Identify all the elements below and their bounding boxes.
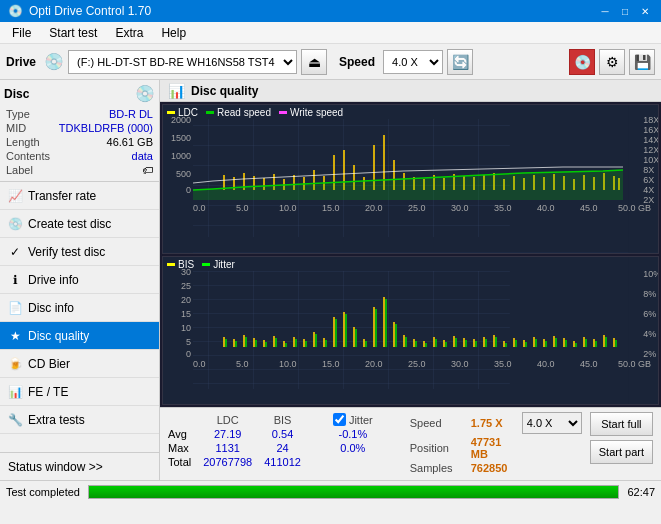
legend-read-speed-label: Read speed xyxy=(217,107,271,118)
svg-rect-126 xyxy=(503,341,505,347)
disc-length-value: 46.61 GB xyxy=(107,136,153,148)
speed-label: Speed xyxy=(339,55,375,69)
svg-rect-128 xyxy=(523,340,525,347)
svg-rect-164 xyxy=(485,339,487,347)
svg-rect-133 xyxy=(573,341,575,347)
svg-rect-139 xyxy=(235,341,237,347)
svg-rect-138 xyxy=(225,339,227,347)
svg-rect-132 xyxy=(563,338,565,347)
svg-text:30.0: 30.0 xyxy=(451,203,469,213)
svg-text:8X: 8X xyxy=(643,165,654,175)
svg-text:16X: 16X xyxy=(643,125,658,135)
svg-rect-166 xyxy=(505,343,507,347)
legend-jitter-dot xyxy=(202,263,210,266)
stats-table: LDC BIS Jitter xyxy=(168,412,402,469)
disc-length-label: Length xyxy=(6,136,40,148)
speed-speed-value: 1.75 X xyxy=(471,417,516,429)
svg-text:6X: 6X xyxy=(643,175,654,185)
speed-row-samples: Samples 762850 xyxy=(410,462,582,474)
extra-tests-icon: 🔧 xyxy=(8,413,22,427)
menu-extra[interactable]: Extra xyxy=(107,24,151,42)
svg-rect-155 xyxy=(395,324,397,347)
svg-text:0.0: 0.0 xyxy=(193,203,206,213)
svg-text:1500: 1500 xyxy=(171,133,191,143)
speed-select[interactable]: 4.0 X xyxy=(383,50,443,74)
settings-button[interactable]: ⚙ xyxy=(599,49,625,75)
svg-rect-106 xyxy=(303,339,305,347)
quality-title: Disc quality xyxy=(191,84,258,98)
svg-rect-158 xyxy=(425,343,427,347)
speed-row-speed: Speed 1.75 X 4.0 X xyxy=(410,412,582,434)
start-part-button[interactable]: Start part xyxy=(590,440,653,464)
save-button[interactable]: 💾 xyxy=(629,49,655,75)
svg-text:45.0: 45.0 xyxy=(580,359,598,369)
speed-row-position: Position 47731 MB xyxy=(410,436,582,460)
refresh-button[interactable]: 🔄 xyxy=(447,49,473,75)
svg-rect-157 xyxy=(415,341,417,347)
svg-text:20: 20 xyxy=(181,295,191,305)
jitter-col-label: Jitter xyxy=(349,414,373,426)
menu-help[interactable]: Help xyxy=(153,24,194,42)
sidebar-item-extra-tests[interactable]: 🔧 Extra tests xyxy=(0,406,159,434)
sidebar-item-disc-info[interactable]: 📄 Disc info xyxy=(0,294,159,322)
svg-rect-116 xyxy=(403,335,405,347)
disc-row-contents: Contents data xyxy=(4,149,155,163)
svg-text:2%: 2% xyxy=(643,349,656,359)
svg-rect-117 xyxy=(413,339,415,347)
stats-max-bis: 24 xyxy=(264,441,313,455)
status-window-button[interactable]: Status window >> xyxy=(0,452,159,480)
drive-select[interactable]: (F:) HL-DT-ST BD-RE WH16NS58 TST4 xyxy=(68,50,297,74)
legend-write-speed: Write speed xyxy=(279,107,343,118)
menu-file[interactable]: File xyxy=(4,24,39,42)
cd-bier-icon: 🍺 xyxy=(8,357,22,371)
svg-rect-163 xyxy=(475,341,477,347)
maximize-button[interactable]: □ xyxy=(617,3,633,19)
svg-text:25: 25 xyxy=(181,281,191,291)
svg-rect-150 xyxy=(345,314,347,347)
minimize-button[interactable]: ─ xyxy=(597,3,613,19)
main-area: Disc 💿 Type BD-R DL MID TDKBLDRFB (000) … xyxy=(0,80,661,480)
sidebar-item-cd-bier[interactable]: 🍺 CD Bier xyxy=(0,350,159,378)
svg-rect-135 xyxy=(593,339,595,347)
menu-start-test[interactable]: Start test xyxy=(41,24,105,42)
sidebar-item-fe-te[interactable]: 📊 FE / TE xyxy=(0,378,159,406)
sidebar-item-drive-info[interactable]: ℹ Drive info xyxy=(0,266,159,294)
svg-text:0: 0 xyxy=(186,185,191,195)
statusbar: Test completed 62:47 xyxy=(0,480,661,502)
svg-rect-101 xyxy=(253,338,255,347)
sidebar-item-disc-quality[interactable]: ★ Disc quality xyxy=(0,322,159,350)
sidebar-item-disc-quality-label: Disc quality xyxy=(28,329,89,343)
svg-rect-107 xyxy=(313,332,315,347)
legend-ldc: LDC xyxy=(167,107,198,118)
sidebar-item-transfer-rate[interactable]: 📈 Transfer rate xyxy=(0,182,159,210)
jitter-checkbox[interactable] xyxy=(333,413,346,426)
svg-rect-129 xyxy=(533,337,535,347)
disc-button[interactable]: 💿 xyxy=(569,49,595,75)
disc-label-label: Label xyxy=(6,164,33,176)
stats-avg-bis: 0.54 xyxy=(264,427,313,441)
svg-rect-145 xyxy=(295,339,297,347)
position-value: 47731 MB xyxy=(471,436,516,460)
svg-text:6%: 6% xyxy=(643,309,656,319)
svg-text:4%: 4% xyxy=(643,329,656,339)
charts-area: LDC Read speed Write speed xyxy=(160,102,661,407)
disc-header-icon: 💿 xyxy=(135,84,155,103)
svg-rect-143 xyxy=(275,338,277,347)
progress-bar xyxy=(88,485,619,499)
legend-write-speed-label: Write speed xyxy=(290,107,343,118)
start-full-button[interactable]: Start full xyxy=(590,412,653,436)
speed-select[interactable]: 4.0 X xyxy=(522,412,582,434)
disc-header: Disc 💿 xyxy=(4,84,155,103)
svg-rect-134 xyxy=(583,337,585,347)
eject-button[interactable]: ⏏ xyxy=(301,49,327,75)
speed-section: Speed 1.75 X 4.0 X Position 47731 MB Sam… xyxy=(410,412,582,476)
sidebar-item-create-test-disc[interactable]: 💿 Create test disc xyxy=(0,210,159,238)
svg-rect-105 xyxy=(293,337,295,347)
app-icon: 💿 xyxy=(8,4,23,18)
close-button[interactable]: ✕ xyxy=(637,3,653,19)
svg-text:1000: 1000 xyxy=(171,151,191,161)
sidebar-item-transfer-rate-label: Transfer rate xyxy=(28,189,96,203)
stats-row-avg: Avg 27.19 0.54 -0.1% xyxy=(168,427,385,441)
sidebar-item-verify-test-disc[interactable]: ✓ Verify test disc xyxy=(0,238,159,266)
svg-rect-108 xyxy=(323,338,325,347)
